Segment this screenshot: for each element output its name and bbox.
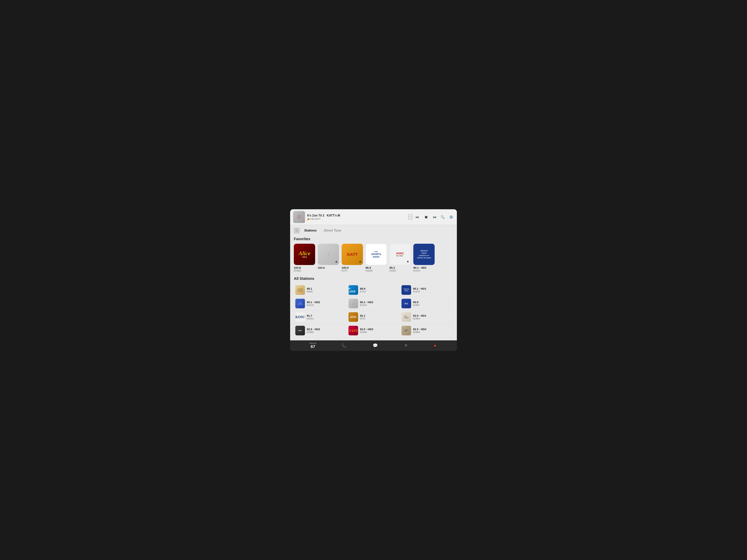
radio-icon: 📻 (307, 218, 310, 220)
track-info: It's Zoo Til 2 KATT's M 📻 FM KATT (307, 214, 406, 220)
fav-item-kuco[interactable]: ClassicalKUCOUNIVERSITY OFCENTRAL OKLAHO… (413, 244, 435, 272)
station-item-kylv[interactable]: K-LOVE 88.9 KYLV (347, 283, 400, 297)
fav-logo-kuco: ClassicalKUCOUNIVERSITY OFCENTRAL OKLAHO… (413, 244, 435, 265)
station-logo-oasis: OASISRADIO (295, 285, 305, 295)
fav-call-kokc: KOKC (389, 269, 396, 272)
all-stations-grid: OASISRADIO 88.1 KMSI THEGOSPEL 90.1 · HD… (294, 283, 453, 338)
station-logo-koma-hd4: KOMAHD4 (402, 326, 411, 336)
fav-logo-kokc: KOKC 95.3 1520 ★ (389, 244, 411, 265)
stop-button[interactable]: ⏹ (423, 214, 429, 220)
favorite-button[interactable]: ☆ (408, 214, 412, 220)
fav-star-kokc: ★ (407, 260, 409, 263)
station-info-kokf: 90.9 KOKF (413, 300, 419, 306)
skip-back-button[interactable]: ⏮ (415, 214, 420, 220)
fav-call-alice: KKWD (294, 269, 301, 272)
station-item-koma-hd4[interactable]: KOMAHD4 92.5 · HD4 KOMA (400, 324, 453, 338)
station-item-kuco-hd1[interactable]: ClassicalKUCO 90.1 · HD1 KUCO (400, 283, 453, 297)
tabs-row: ≡ Stations Direct Tune (290, 225, 457, 234)
skip-forward-button[interactable]: ⏭ (432, 214, 438, 220)
fav-freq-kuco: 90.1 · HD1 (413, 266, 427, 269)
media-button[interactable]: ● (433, 342, 437, 349)
station-item-kfxi[interactable]: KFXI 92.1 KFXI (347, 310, 400, 324)
fav-logo-katt: KATT ★ (342, 244, 363, 265)
main-content: Favorites Alice 104.9 104.9 KKWD ♪ ★ (290, 234, 457, 340)
station-logo-kuco-blue: ClassicalKUCO (402, 285, 411, 295)
station-item-kuco-hd2[interactable]: THEGOSPEL 90.1 · HD2 KUCO (294, 297, 347, 310)
close-button[interactable]: ✕ (403, 342, 409, 349)
track-title: It's Zoo Til 2 KATT's M (307, 214, 406, 217)
music-note-icon: ♪ (327, 250, 330, 258)
fav-call-katt: KATT (342, 269, 347, 272)
station-info-kosu: 91.7 KOSU (307, 314, 314, 320)
station-logo-generic: ♪ (349, 299, 358, 308)
station-logo-gospel: THEGOSPEL (295, 299, 305, 308)
fav-freq-fox: 96.9 (365, 266, 371, 269)
x-icon: ✕ (404, 343, 408, 348)
track-station-label: 📻 FM KATT (307, 218, 406, 220)
station-info-kmsi: 88.1 KMSI (307, 287, 313, 293)
album-art: KATTRock (293, 211, 305, 223)
station-logo-koma-hd2: 92.5 (295, 326, 305, 336)
fav-freq-katt: 100.5 (342, 266, 349, 269)
station-info-koma-hd4: 92.5 · HD4 KOMA (413, 327, 426, 334)
station-info-kylv: 88.9 KYLV (360, 287, 366, 293)
message-button[interactable]: 💬 (372, 342, 379, 349)
search-button[interactable]: 🔍 (440, 214, 445, 220)
station-item-koma-hd1[interactable]: 92.3KOMA 92.5 · HD1 KOMA (400, 310, 453, 324)
fav-call-kuco: KUCO (413, 269, 420, 272)
settings-button[interactable]: ⚙️ (448, 214, 454, 220)
favorites-row: Alice 104.9 104.9 KKWD ♪ ★ 104.5 K (294, 244, 453, 272)
taskbar: Manual 67 📞 💬 ✕ ● (290, 340, 457, 351)
media-icon: ● (434, 343, 436, 348)
fav-star-unknown: ★ (335, 260, 338, 264)
station-item-kmsi[interactable]: OASISRADIO 88.1 KMSI (294, 283, 347, 297)
fav-item-kokc[interactable]: KOKC 95.3 1520 ★ 95.3 KOKC (389, 244, 411, 272)
station-item-koma-hd2[interactable]: 92.5 92.5 · HD2 KOMA (294, 324, 347, 338)
fav-item-katt[interactable]: KATT ★ 100.5 KATT (342, 244, 363, 272)
station-logo-v103: V103 (349, 326, 358, 336)
track-suffix: KATT's M (327, 214, 340, 217)
all-stations-col2: K-LOVE 88.9 KYLV ♪ 90.1 · HD3 KUCO (347, 283, 400, 338)
phone-button[interactable]: 📞 (340, 342, 347, 349)
header-icons: 🔍 ⚙️ (440, 214, 454, 220)
station-info-kuco-hd1: 90.1 · HD1 KUCO (413, 287, 426, 293)
station-info-koma-hd2: 92.5 · HD2 KOMA (307, 327, 320, 334)
tab-direct-tune[interactable]: Direct Tune (321, 227, 344, 234)
phone-icon: 📞 (341, 343, 346, 348)
station-logo-kfxi: KFXI (349, 312, 358, 322)
fav-freq-unknown: 104.5 (318, 266, 325, 269)
station-item-koma-hd3[interactable]: V103 92.5 · HD3 KOMA (347, 324, 400, 338)
station-info-koma-hd1: 92.5 · HD1 KOMA (413, 314, 426, 320)
station-info-kuco-hd3: 90.1 · HD3 KUCO (360, 300, 373, 306)
fav-logo-unknown: ♪ ★ (318, 244, 339, 265)
station-item-kosu[interactable]: KOSU 91.7 KOSU (294, 310, 347, 324)
all-stations-col3: ClassicalKUCO 90.1 · HD1 KUCO Air1 90.9 … (400, 283, 453, 338)
station-logo-klove: K-LOVE (349, 285, 358, 295)
track-title-text: It's Zoo Til 2 (307, 214, 324, 217)
all-stations-title: All Stations (294, 276, 453, 281)
station-logo-art: KATTRock (297, 215, 301, 219)
fav-item-alice[interactable]: Alice 104.9 104.9 KKWD (294, 244, 315, 272)
station-info-kfxi: 92.1 KFXI (360, 314, 365, 320)
fav-call-fox: KQOB (365, 269, 372, 272)
radio-screen: KATTRock It's Zoo Til 2 KATT's M 📻 FM KA… (290, 209, 457, 351)
tab-stations[interactable]: Stations (301, 227, 319, 234)
station-logo-koma-light: 92.3KOMA (402, 312, 411, 322)
station-item-kuco-hd3[interactable]: ♪ 90.1 · HD3 KUCO (347, 297, 400, 310)
fav-freq-alice: 104.9 (294, 266, 301, 269)
fav-item-fox[interactable]: FOX SPORTS RADIO 96.9 KQOB (365, 244, 387, 272)
manual-display: Manual 67 (310, 342, 316, 349)
station-info-koma-hd3: 92.5 · HD3 KOMA (360, 327, 373, 334)
fav-freq-kokc: 95.3 (389, 266, 395, 269)
station-logo-kosu: KOSU (295, 312, 305, 322)
fav-item-unknown[interactable]: ♪ ★ 104.5 (318, 244, 339, 272)
favorites-section-title: Favorites (294, 237, 453, 241)
fav-logo-fox: FOX SPORTS RADIO (365, 244, 387, 265)
now-playing-bar: KATTRock It's Zoo Til 2 KATT's M 📻 FM KA… (290, 209, 457, 225)
playback-controls: ⏮ ⏹ ⏭ (415, 214, 438, 220)
message-icon: 💬 (373, 343, 378, 348)
station-info-kuco-hd2: 90.1 · HD2 KUCO (307, 300, 320, 306)
fav-logo-alice: Alice 104.9 (294, 244, 315, 265)
radio-tab-icon: ≡ (294, 228, 300, 234)
station-item-kokf[interactable]: Air1 90.9 KOKF (400, 297, 453, 310)
